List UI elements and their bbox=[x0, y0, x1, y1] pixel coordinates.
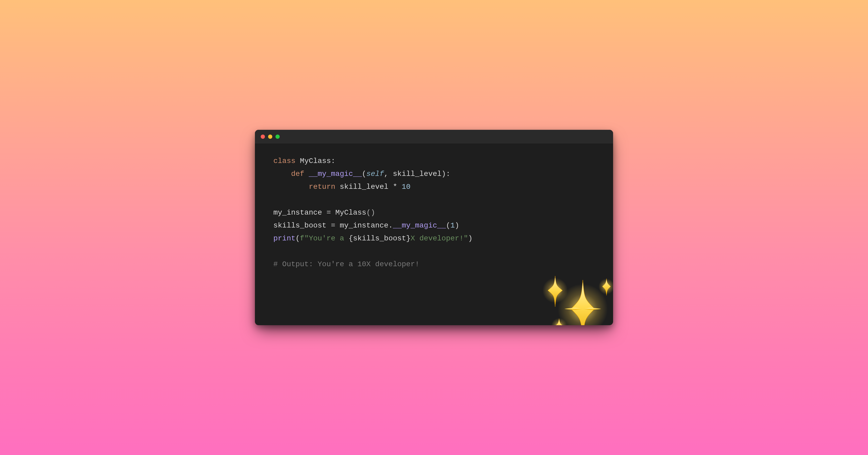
sparkles-icon bbox=[537, 238, 613, 317]
call-expr: () bbox=[366, 208, 375, 217]
svg-point-0 bbox=[558, 284, 608, 325]
param: skill_level bbox=[393, 170, 442, 178]
svg-point-3 bbox=[551, 318, 567, 325]
window-titlebar bbox=[255, 130, 613, 143]
interp-open: { bbox=[349, 234, 353, 242]
operator: = bbox=[331, 222, 340, 230]
keyword-return: return bbox=[309, 183, 340, 191]
number-literal: 1 bbox=[450, 222, 455, 230]
method-name: __my_magic__ bbox=[393, 222, 446, 230]
keyword-class: class bbox=[273, 157, 300, 165]
keyword-def: def bbox=[291, 170, 309, 178]
code-snippet: class MyClass: def __my_magic__(self, sk… bbox=[255, 143, 613, 325]
punct: ( bbox=[362, 170, 366, 178]
class-name: MyClass bbox=[300, 157, 331, 165]
func-print: print bbox=[273, 234, 296, 242]
identifier: my_instance bbox=[273, 208, 327, 217]
param-self: self bbox=[366, 170, 384, 178]
code-window: class MyClass: def __my_magic__(self, sk… bbox=[255, 130, 613, 325]
indent bbox=[273, 183, 309, 191]
window-close-button[interactable] bbox=[261, 135, 265, 139]
string-open: " bbox=[304, 234, 309, 242]
punct: ) bbox=[468, 234, 472, 242]
interp-ident: skills_boost bbox=[353, 234, 406, 242]
func-name: __my_magic__ bbox=[309, 170, 362, 178]
punct: ( bbox=[446, 222, 450, 230]
punct: , bbox=[384, 170, 393, 178]
punct: : bbox=[331, 157, 335, 165]
window-zoom-button[interactable] bbox=[276, 135, 280, 139]
punct: ( bbox=[296, 234, 300, 242]
operator: = bbox=[327, 208, 336, 217]
punct: ) bbox=[455, 222, 459, 230]
class-name: MyClass bbox=[335, 208, 366, 217]
identifier: skills_boost bbox=[273, 222, 331, 230]
string-body: You're a bbox=[309, 234, 348, 242]
number-literal: 10 bbox=[402, 183, 410, 191]
string-close: " bbox=[464, 234, 468, 242]
svg-point-2 bbox=[598, 279, 613, 294]
punct: ): bbox=[442, 170, 451, 178]
comment-output: # Output: You're a 10X developer! bbox=[273, 260, 420, 268]
identifier: skill_level bbox=[340, 183, 393, 191]
string-body: X developer! bbox=[410, 234, 464, 242]
interp-close: } bbox=[406, 234, 410, 242]
identifier: my_instance bbox=[340, 222, 389, 230]
window-minimize-button[interactable] bbox=[268, 135, 272, 139]
indent bbox=[273, 170, 291, 178]
operator: * bbox=[393, 183, 402, 191]
fstring-prefix: f bbox=[300, 234, 304, 242]
punct: . bbox=[389, 222, 393, 230]
svg-point-1 bbox=[542, 278, 568, 303]
